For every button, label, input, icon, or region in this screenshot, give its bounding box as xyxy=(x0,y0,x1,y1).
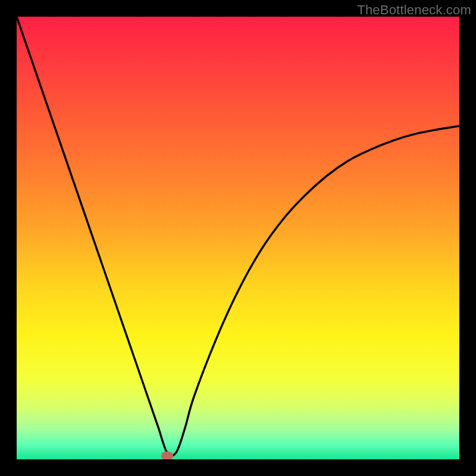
bottleneck-curve xyxy=(17,17,459,459)
plot-area xyxy=(17,17,459,459)
watermark-text: TheBottleneck.com xyxy=(357,2,471,18)
chart-frame: TheBottleneck.com xyxy=(0,0,476,476)
minimum-marker xyxy=(161,452,173,459)
